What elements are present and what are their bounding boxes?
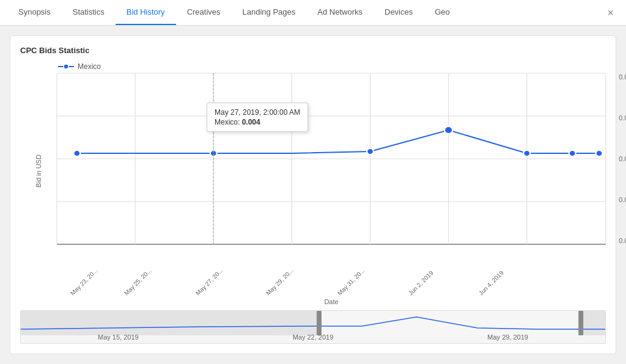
legend-mexico-label: Mexico <box>78 62 101 71</box>
svg-point-20 <box>569 150 576 156</box>
y-tick-1: 0.0060 <box>619 73 626 81</box>
y-tick-4: 0.0015 <box>619 196 626 203</box>
range-label-3: May 29, 2019 <box>487 333 528 341</box>
x-axis-label: Date <box>57 298 606 305</box>
range-mini-chart <box>21 311 605 335</box>
x-tick-1: May 23, 20... <box>69 267 99 297</box>
x-tick-6: Jun 2, 2019 <box>407 269 435 297</box>
svg-rect-26 <box>317 311 322 335</box>
svg-rect-23 <box>21 311 319 335</box>
svg-point-17 <box>367 148 374 155</box>
svg-point-21 <box>596 150 603 156</box>
tab-bar: Synopsis Statistics Bid History Creative… <box>0 0 626 26</box>
tab-landing-pages[interactable]: Landing Pages <box>232 0 307 25</box>
tabs: Synopsis Statistics Bid History Creative… <box>7 0 602 25</box>
y-tick-2: 0.0045 <box>619 114 626 122</box>
svg-point-18 <box>444 126 452 134</box>
range-label-2: May 22, 2019 <box>293 333 334 341</box>
range-selector[interactable]: May 15, 2019 May 22, 2019 May 29, 2019 <box>20 310 606 344</box>
svg-point-1 <box>64 64 68 69</box>
tab-ad-networks[interactable]: Ad Networks <box>306 0 374 25</box>
tab-geo[interactable]: Geo <box>424 0 461 25</box>
x-tick-5: May 31, 20... <box>336 267 366 297</box>
card-title: CPC Bids Statistic <box>20 46 606 55</box>
range-label-1: May 15, 2019 <box>98 333 139 341</box>
x-tick-2: May 25, 20... <box>123 267 153 297</box>
tab-creatives[interactable]: Creatives <box>176 0 232 25</box>
svg-point-19 <box>523 150 530 156</box>
chart-svg <box>57 73 606 244</box>
x-tick-7: Jun 4, 2019 <box>477 269 505 297</box>
tab-devices[interactable]: Devices <box>374 0 424 25</box>
svg-rect-27 <box>578 311 583 335</box>
legend-line-icon <box>57 63 75 70</box>
close-button[interactable]: × <box>602 5 619 21</box>
tab-statistics[interactable]: Statistics <box>62 0 116 25</box>
svg-rect-25 <box>581 311 605 335</box>
y-axis-label: Bid in USD <box>35 155 42 187</box>
y-tick-3: 0.0030 <box>619 155 626 162</box>
tab-bid-history[interactable]: Bid History <box>116 0 176 25</box>
y-tick-5: 0.0000 <box>619 237 626 244</box>
x-tick-3: May 27, 20... <box>194 267 224 297</box>
svg-point-15 <box>73 150 80 156</box>
main-content: CPC Bids Statistic Mexico Bid in USD <box>0 26 626 364</box>
x-tick-4: May 29, 20... <box>265 267 295 297</box>
cpc-bids-card: CPC Bids Statistic Mexico Bid in USD <box>10 35 616 354</box>
chart-legend: Mexico <box>57 62 606 71</box>
tab-synopsis[interactable]: Synopsis <box>7 0 62 25</box>
